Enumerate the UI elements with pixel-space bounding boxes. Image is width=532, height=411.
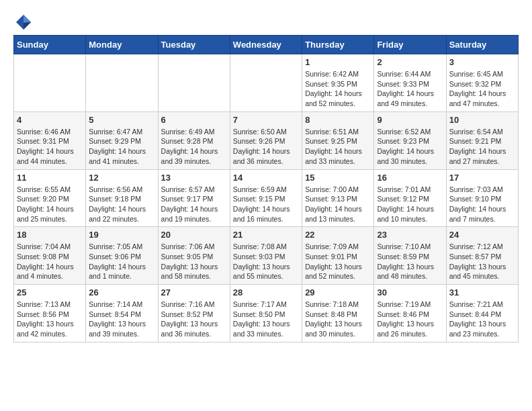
day-info: Sunrise: 7:03 AM Sunset: 9:10 PM Dayligh… bbox=[449, 185, 515, 224]
col-header-saturday: Saturday bbox=[446, 36, 518, 54]
day-number: 19 bbox=[89, 230, 154, 240]
calendar-week-row: 1Sunrise: 6:42 AM Sunset: 9:35 PM Daylig… bbox=[14, 54, 519, 112]
day-number: 29 bbox=[305, 287, 371, 298]
day-info: Sunrise: 7:00 AM Sunset: 9:13 PM Dayligh… bbox=[305, 185, 371, 224]
calendar-cell: 1Sunrise: 6:42 AM Sunset: 9:35 PM Daylig… bbox=[302, 54, 374, 112]
calendar-cell: 17Sunrise: 7:03 AM Sunset: 9:10 PM Dayli… bbox=[446, 169, 518, 227]
calendar-cell: 15Sunrise: 7:00 AM Sunset: 9:13 PM Dayli… bbox=[302, 169, 374, 227]
col-header-sunday: Sunday bbox=[14, 36, 86, 54]
day-info: Sunrise: 7:12 AM Sunset: 8:57 PM Dayligh… bbox=[449, 242, 515, 281]
day-number: 11 bbox=[17, 173, 83, 183]
day-number: 16 bbox=[377, 173, 443, 183]
day-number: 30 bbox=[377, 287, 443, 298]
day-number: 3 bbox=[449, 57, 515, 67]
day-number: 9 bbox=[377, 115, 443, 125]
calendar-cell: 10Sunrise: 6:54 AM Sunset: 9:21 PM Dayli… bbox=[446, 111, 518, 169]
day-number: 10 bbox=[449, 115, 515, 125]
calendar-cell: 21Sunrise: 7:08 AM Sunset: 9:03 PM Dayli… bbox=[230, 227, 302, 285]
calendar-cell: 7Sunrise: 6:50 AM Sunset: 9:26 PM Daylig… bbox=[230, 111, 302, 169]
calendar-cell: 22Sunrise: 7:09 AM Sunset: 9:01 PM Dayli… bbox=[302, 227, 374, 285]
calendar-cell: 9Sunrise: 6:52 AM Sunset: 9:23 PM Daylig… bbox=[374, 111, 446, 169]
col-header-wednesday: Wednesday bbox=[230, 36, 302, 54]
calendar-cell: 19Sunrise: 7:05 AM Sunset: 9:06 PM Dayli… bbox=[86, 227, 158, 285]
calendar-cell bbox=[86, 54, 158, 112]
day-info: Sunrise: 7:14 AM Sunset: 8:54 PM Dayligh… bbox=[89, 300, 154, 339]
calendar-cell: 13Sunrise: 6:57 AM Sunset: 9:17 PM Dayli… bbox=[158, 169, 230, 227]
calendar-cell: 8Sunrise: 6:51 AM Sunset: 9:25 PM Daylig… bbox=[302, 111, 374, 169]
day-number: 24 bbox=[449, 230, 515, 240]
page-header bbox=[13, 13, 519, 28]
calendar-week-row: 11Sunrise: 6:55 AM Sunset: 9:20 PM Dayli… bbox=[14, 169, 519, 227]
day-number: 23 bbox=[377, 230, 443, 240]
day-info: Sunrise: 6:51 AM Sunset: 9:25 PM Dayligh… bbox=[305, 127, 371, 167]
day-info: Sunrise: 6:42 AM Sunset: 9:35 PM Dayligh… bbox=[305, 69, 371, 109]
day-info: Sunrise: 7:06 AM Sunset: 9:05 PM Dayligh… bbox=[161, 242, 227, 281]
day-number: 27 bbox=[161, 287, 227, 298]
day-number: 4 bbox=[17, 115, 83, 125]
day-number: 26 bbox=[89, 287, 154, 298]
day-number: 6 bbox=[161, 115, 227, 125]
calendar-header-row: SundayMondayTuesdayWednesdayThursdayFrid… bbox=[14, 36, 519, 54]
calendar-cell: 12Sunrise: 6:56 AM Sunset: 9:18 PM Dayli… bbox=[86, 169, 158, 227]
day-info: Sunrise: 7:16 AM Sunset: 8:52 PM Dayligh… bbox=[161, 300, 227, 339]
calendar-cell: 25Sunrise: 7:13 AM Sunset: 8:56 PM Dayli… bbox=[14, 285, 86, 342]
day-info: Sunrise: 6:46 AM Sunset: 9:31 PM Dayligh… bbox=[17, 127, 83, 167]
calendar-cell: 24Sunrise: 7:12 AM Sunset: 8:57 PM Dayli… bbox=[446, 227, 518, 285]
calendar-week-row: 18Sunrise: 7:04 AM Sunset: 9:08 PM Dayli… bbox=[14, 227, 519, 285]
day-info: Sunrise: 7:10 AM Sunset: 8:59 PM Dayligh… bbox=[377, 242, 443, 281]
day-info: Sunrise: 7:13 AM Sunset: 8:56 PM Dayligh… bbox=[17, 300, 83, 339]
calendar-cell: 20Sunrise: 7:06 AM Sunset: 9:05 PM Dayli… bbox=[158, 227, 230, 285]
day-number: 20 bbox=[161, 230, 227, 240]
day-number: 31 bbox=[449, 287, 515, 298]
calendar-cell: 28Sunrise: 7:17 AM Sunset: 8:50 PM Dayli… bbox=[230, 285, 302, 342]
calendar-cell: 26Sunrise: 7:14 AM Sunset: 8:54 PM Dayli… bbox=[86, 285, 158, 342]
day-info: Sunrise: 7:08 AM Sunset: 9:03 PM Dayligh… bbox=[233, 242, 299, 281]
day-number: 13 bbox=[161, 173, 227, 183]
day-info: Sunrise: 6:55 AM Sunset: 9:20 PM Dayligh… bbox=[17, 185, 83, 224]
calendar-cell: 30Sunrise: 7:19 AM Sunset: 8:46 PM Dayli… bbox=[374, 285, 446, 342]
day-info: Sunrise: 7:19 AM Sunset: 8:46 PM Dayligh… bbox=[377, 300, 443, 339]
day-number: 18 bbox=[17, 230, 83, 240]
day-info: Sunrise: 7:09 AM Sunset: 9:01 PM Dayligh… bbox=[305, 242, 371, 281]
day-info: Sunrise: 6:56 AM Sunset: 9:18 PM Dayligh… bbox=[89, 185, 154, 224]
calendar-cell: 16Sunrise: 7:01 AM Sunset: 9:12 PM Dayli… bbox=[374, 169, 446, 227]
logo bbox=[13, 13, 34, 28]
col-header-tuesday: Tuesday bbox=[158, 36, 230, 54]
day-number: 1 bbox=[305, 57, 371, 67]
calendar-cell: 4Sunrise: 6:46 AM Sunset: 9:31 PM Daylig… bbox=[14, 111, 86, 169]
day-number: 8 bbox=[305, 115, 371, 125]
day-number: 17 bbox=[449, 173, 515, 183]
calendar-cell bbox=[14, 54, 86, 112]
calendar-cell: 31Sunrise: 7:21 AM Sunset: 8:44 PM Dayli… bbox=[446, 285, 518, 342]
day-info: Sunrise: 6:47 AM Sunset: 9:29 PM Dayligh… bbox=[89, 127, 154, 167]
col-header-thursday: Thursday bbox=[302, 36, 374, 54]
day-number: 25 bbox=[17, 287, 83, 298]
day-number: 7 bbox=[233, 115, 299, 125]
calendar-cell: 11Sunrise: 6:55 AM Sunset: 9:20 PM Dayli… bbox=[14, 169, 86, 227]
day-info: Sunrise: 6:50 AM Sunset: 9:26 PM Dayligh… bbox=[233, 127, 299, 167]
day-number: 5 bbox=[89, 115, 154, 125]
calendar-cell bbox=[230, 54, 302, 112]
calendar-cell: 6Sunrise: 6:49 AM Sunset: 9:28 PM Daylig… bbox=[158, 111, 230, 169]
day-info: Sunrise: 6:49 AM Sunset: 9:28 PM Dayligh… bbox=[161, 127, 227, 167]
day-info: Sunrise: 6:44 AM Sunset: 9:33 PM Dayligh… bbox=[377, 69, 443, 109]
day-info: Sunrise: 6:52 AM Sunset: 9:23 PM Dayligh… bbox=[377, 127, 443, 167]
calendar-cell: 27Sunrise: 7:16 AM Sunset: 8:52 PM Dayli… bbox=[158, 285, 230, 342]
day-info: Sunrise: 7:05 AM Sunset: 9:06 PM Dayligh… bbox=[89, 242, 154, 281]
day-info: Sunrise: 6:57 AM Sunset: 9:17 PM Dayligh… bbox=[161, 185, 227, 224]
calendar-week-row: 4Sunrise: 6:46 AM Sunset: 9:31 PM Daylig… bbox=[14, 111, 519, 169]
col-header-monday: Monday bbox=[86, 36, 158, 54]
day-info: Sunrise: 6:54 AM Sunset: 9:21 PM Dayligh… bbox=[449, 127, 515, 167]
day-info: Sunrise: 7:18 AM Sunset: 8:48 PM Dayligh… bbox=[305, 300, 371, 339]
calendar-cell: 3Sunrise: 6:45 AM Sunset: 9:32 PM Daylig… bbox=[446, 54, 518, 112]
calendar-cell: 14Sunrise: 6:59 AM Sunset: 9:15 PM Dayli… bbox=[230, 169, 302, 227]
day-number: 15 bbox=[305, 173, 371, 183]
day-info: Sunrise: 7:17 AM Sunset: 8:50 PM Dayligh… bbox=[233, 300, 299, 339]
calendar-cell: 2Sunrise: 6:44 AM Sunset: 9:33 PM Daylig… bbox=[374, 54, 446, 112]
day-info: Sunrise: 7:21 AM Sunset: 8:44 PM Dayligh… bbox=[449, 300, 515, 339]
day-number: 28 bbox=[233, 287, 299, 298]
calendar-cell: 23Sunrise: 7:10 AM Sunset: 8:59 PM Dayli… bbox=[374, 227, 446, 285]
calendar-cell: 5Sunrise: 6:47 AM Sunset: 9:29 PM Daylig… bbox=[86, 111, 158, 169]
day-info: Sunrise: 7:04 AM Sunset: 9:08 PM Dayligh… bbox=[17, 242, 83, 281]
logo-icon bbox=[15, 13, 32, 31]
